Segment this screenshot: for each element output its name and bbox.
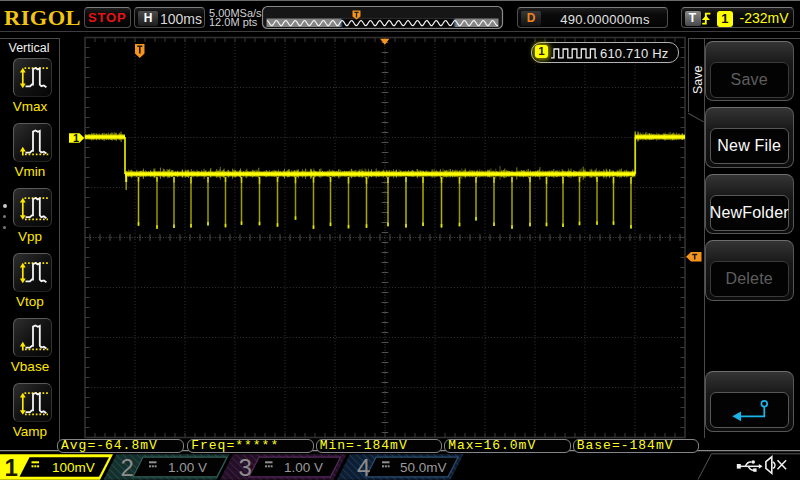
svg-text:1: 1 [73,132,79,144]
